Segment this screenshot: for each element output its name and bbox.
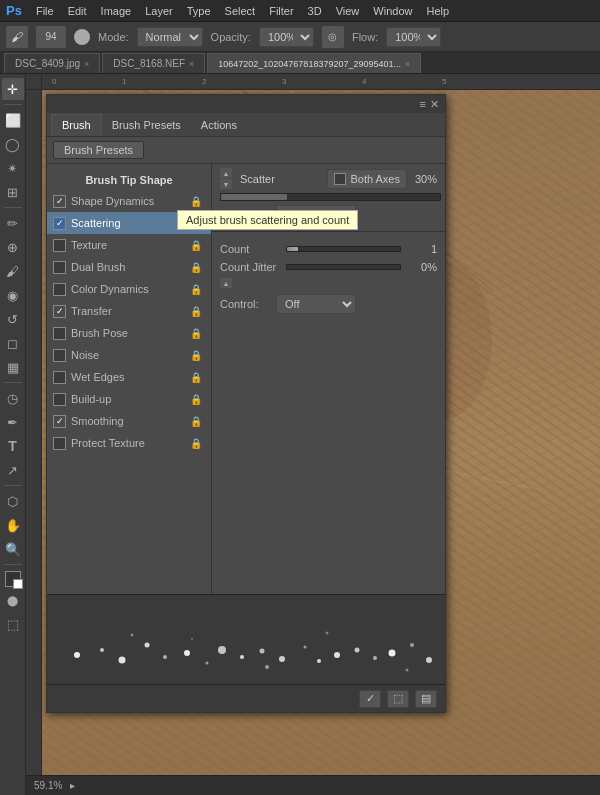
scatter-value: 30%	[415, 173, 437, 185]
svg-point-43	[304, 646, 307, 649]
mode-dropdown[interactable]: Normal	[137, 27, 203, 47]
check-transfer[interactable]: ✓	[53, 305, 66, 318]
scatter-slider[interactable]	[220, 193, 441, 201]
clone-tool[interactable]: ◉	[2, 284, 24, 306]
menu-filter[interactable]: Filter	[269, 5, 293, 17]
svg-point-48	[389, 650, 396, 657]
menu-edit[interactable]: Edit	[68, 5, 87, 17]
check-smoothing[interactable]: ✓	[53, 415, 66, 428]
foreground-color[interactable]	[5, 571, 21, 587]
svg-text:3: 3	[282, 77, 287, 86]
svg-point-58	[191, 638, 193, 640]
tab-brush[interactable]: Brush	[51, 114, 102, 136]
check-wet-edges[interactable]	[53, 371, 66, 384]
count-jitter-row: Count Jitter 0%	[212, 258, 445, 276]
marquee-tool[interactable]: ⬜	[2, 109, 24, 131]
dialog-close[interactable]: ✕	[430, 98, 439, 111]
menu-image[interactable]: Image	[101, 5, 132, 17]
option-noise[interactable]: Noise 🔒	[47, 344, 211, 366]
scroll-down-arrow[interactable]: ▼	[220, 179, 232, 189]
dialog-body: Brush Tip Shape ✓ Shape Dynamics 🔒 ✓ Sca…	[47, 164, 445, 594]
bottom-btn-panel[interactable]: ⬚	[387, 690, 409, 708]
eraser-tool[interactable]: ◻	[2, 332, 24, 354]
canvas-area[interactable]: 0 1 2 3 4 5 0 1 2 3	[26, 74, 600, 795]
check-dual-brush[interactable]	[53, 261, 66, 274]
pen-tool[interactable]: ✒	[2, 411, 24, 433]
tab-actions[interactable]: Actions	[191, 114, 247, 136]
brush-tool[interactable]: 🖌	[2, 260, 24, 282]
zoom-tool[interactable]: 🔍	[2, 538, 24, 560]
menu-help[interactable]: Help	[426, 5, 449, 17]
check-protect-texture[interactable]	[53, 437, 66, 450]
both-axes-checkbox[interactable]	[334, 173, 346, 185]
flow-dropdown[interactable]: 100%	[386, 27, 441, 47]
bottom-btn-menu[interactable]: ▤	[415, 690, 437, 708]
dialog-flyout[interactable]: ≡	[420, 98, 426, 111]
menu-layer[interactable]: Layer	[145, 5, 173, 17]
screen-mode[interactable]: ⬚	[2, 613, 24, 635]
count-slider[interactable]	[286, 246, 401, 252]
count-jitter-slider[interactable]	[286, 264, 401, 270]
heal-tool[interactable]: ⊕	[2, 236, 24, 258]
dodge-tool[interactable]: ◷	[2, 387, 24, 409]
check-noise[interactable]	[53, 349, 66, 362]
menu-select[interactable]: Select	[225, 5, 256, 17]
menu-window[interactable]: Window	[373, 5, 412, 17]
check-shape-dynamics[interactable]: ✓	[53, 195, 66, 208]
option-color-dynamics[interactable]: Color Dynamics 🔒	[47, 278, 211, 300]
option-wet-edges[interactable]: Wet Edges 🔒	[47, 366, 211, 388]
check-color-dynamics[interactable]	[53, 283, 66, 296]
tab-close-0[interactable]: ×	[84, 59, 89, 69]
check-texture[interactable]	[53, 239, 66, 252]
scroll-up-arrow[interactable]: ▲	[220, 168, 232, 178]
control2-dropdown[interactable]: Off	[276, 294, 356, 314]
scroll-up2[interactable]: ▲	[220, 278, 232, 288]
both-axes-button[interactable]: Both Axes	[327, 169, 407, 189]
text-tool[interactable]: T	[2, 435, 24, 457]
option-dual-brush[interactable]: Dual Brush 🔒	[47, 256, 211, 278]
bottom-btn-check[interactable]: ✓	[359, 690, 381, 708]
menu-view[interactable]: View	[336, 5, 360, 17]
path-select-tool[interactable]: ↗	[2, 459, 24, 481]
move-tool[interactable]: ✛	[2, 78, 24, 100]
option-transfer[interactable]: ✓ Transfer 🔒	[47, 300, 211, 322]
control1-dropdown[interactable]: Off	[276, 205, 356, 225]
history-brush[interactable]: ↺	[2, 308, 24, 330]
tab-dsc8409[interactable]: DSC_8409.jpg ×	[4, 53, 100, 73]
lock-smoothing: 🔒	[189, 414, 203, 428]
tab-brush-presets[interactable]: Brush Presets	[102, 114, 191, 136]
svg-point-41	[260, 649, 265, 654]
tab-close-1[interactable]: ×	[189, 59, 194, 69]
option-brush-pose[interactable]: Brush Pose 🔒	[47, 322, 211, 344]
shape-tool[interactable]: ⬡	[2, 490, 24, 512]
tab-close-2[interactable]: ×	[405, 59, 410, 69]
check-scattering[interactable]: ✓	[53, 217, 66, 230]
option-buildup[interactable]: Build-up 🔒	[47, 388, 211, 410]
brush-picker-icon[interactable]	[74, 29, 90, 45]
lasso-tool[interactable]: ◯	[2, 133, 24, 155]
check-buildup[interactable]	[53, 393, 66, 406]
crop-tool[interactable]: ⊞	[2, 181, 24, 203]
hand-tool[interactable]: ✋	[2, 514, 24, 536]
brush-size-input[interactable]: 94	[36, 26, 66, 48]
option-shape-dynamics[interactable]: ✓ Shape Dynamics 🔒	[47, 190, 211, 212]
option-smoothing[interactable]: ✓ Smoothing 🔒	[47, 410, 211, 432]
menu-3d[interactable]: 3D	[308, 5, 322, 17]
quick-mask-mode[interactable]: ⬤	[2, 589, 24, 611]
gradient-tool[interactable]: ▦	[2, 356, 24, 378]
eyedropper-tool[interactable]: ✏	[2, 212, 24, 234]
option-texture[interactable]: Texture 🔒	[47, 234, 211, 256]
brush-presets-button[interactable]: Brush Presets	[53, 141, 144, 159]
airbrush-icon[interactable]: ◎	[322, 26, 344, 48]
option-scattering[interactable]: ✓ Scattering 🔒	[47, 212, 211, 234]
tab-dsc8168[interactable]: DSC_8168.NEF ×	[102, 53, 205, 73]
check-brush-pose[interactable]	[53, 327, 66, 340]
dialog-titlebar[interactable]: ≡ ✕	[47, 95, 445, 113]
quick-select-tool[interactable]: ✴	[2, 157, 24, 179]
opacity-dropdown[interactable]: 100%	[259, 27, 314, 47]
tab-active[interactable]: 10647202_10204767818379207_29095401... ×	[207, 53, 421, 73]
menu-type[interactable]: Type	[187, 5, 211, 17]
menu-file[interactable]: File	[36, 5, 54, 17]
option-protect-texture[interactable]: Protect Texture 🔒	[47, 432, 211, 454]
brush-tool-icon[interactable]: 🖌	[6, 26, 28, 48]
